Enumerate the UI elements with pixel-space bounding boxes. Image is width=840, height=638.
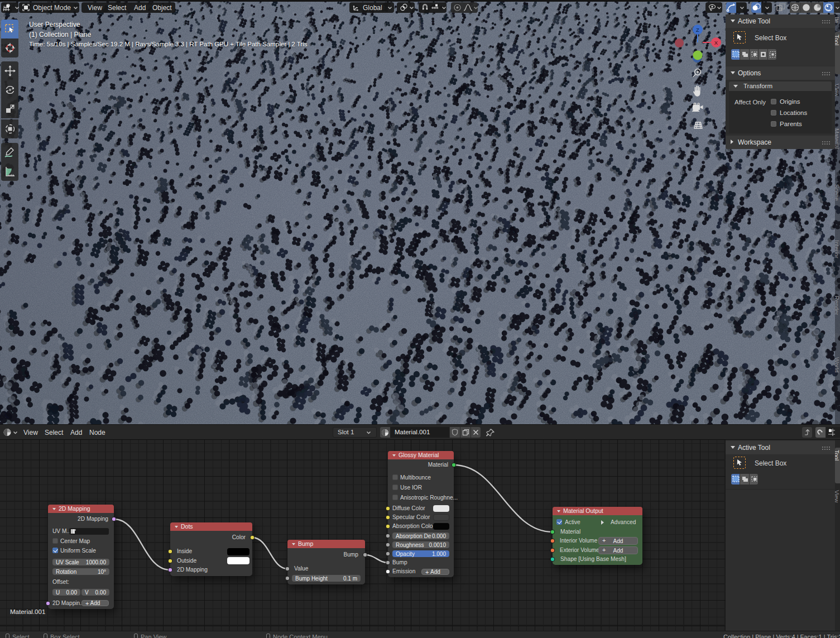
svg-text:Z: Z bbox=[696, 27, 699, 33]
svg-text:X: X bbox=[714, 40, 718, 46]
